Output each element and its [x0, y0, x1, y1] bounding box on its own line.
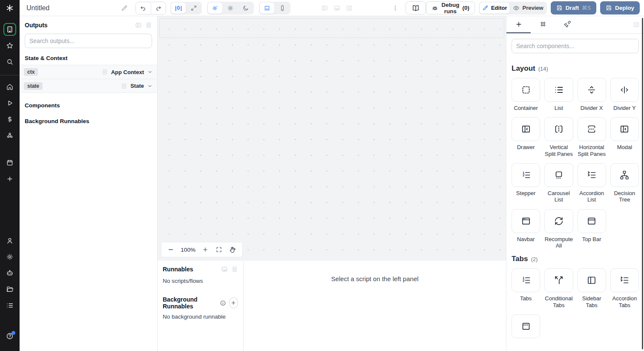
preview-eye-icon: [513, 5, 520, 12]
zoom-out-button[interactable]: [167, 246, 174, 253]
redo-button[interactable]: [151, 2, 166, 14]
sidebar-item-home[interactable]: [3, 81, 16, 93]
mobile-view-button[interactable]: [275, 3, 290, 14]
sidebar-item-search[interactable]: [3, 55, 16, 68]
scrollbar[interactable]: [642, 18, 643, 349]
sidebar-item-settings[interactable]: [3, 250, 16, 263]
component-card-accordion-tabs[interactable]: [610, 268, 639, 292]
sidebar-item-folders[interactable]: [3, 283, 16, 296]
recompute-icon: [554, 216, 564, 226]
component-card-sidebar-tabs[interactable]: [578, 268, 606, 292]
component-label: Divider Y: [613, 105, 636, 111]
collapse-outputs-panel-icon[interactable]: [135, 22, 142, 29]
sidebar-divider: [0, 75, 20, 75]
component-card-modal[interactable]: [610, 117, 639, 141]
collapse-runnables-panel-icon[interactable]: [221, 266, 228, 273]
section-count: (14): [538, 66, 548, 72]
component-label: Drawer: [517, 144, 535, 150]
component-card-conditional-tabs[interactable]: [544, 268, 573, 292]
outputs-doc-icon[interactable]: [145, 22, 152, 29]
collapse-components-panel-icon[interactable]: [633, 16, 640, 33]
component-card-vertical-split-panes[interactable]: [544, 117, 573, 141]
component-card-tabs[interactable]: 12: [512, 268, 540, 292]
pan-hand-button[interactable]: [229, 246, 236, 253]
docs-button[interactable]: [405, 1, 426, 14]
component-card-divider-y[interactable]: [610, 78, 639, 102]
component-cell-modal: Modal: [610, 117, 639, 157]
editor-tab[interactable]: Editor: [480, 3, 510, 14]
debug-runs-button[interactable]: Debug runs (0): [426, 1, 475, 14]
fit-view-button[interactable]: [216, 246, 222, 253]
component-card-recompute-all[interactable]: [544, 209, 573, 233]
editor-preview-toggle: Editor Preview: [479, 2, 547, 14]
sidebar-item-resources[interactable]: [3, 129, 16, 142]
component-card-container[interactable]: [512, 78, 540, 102]
component-card-decision-tree[interactable]: [610, 163, 639, 187]
search-outputs-input[interactable]: [25, 34, 152, 48]
component-label: Recompute All: [544, 236, 573, 249]
maximize-canvas-button[interactable]: [187, 3, 201, 14]
folder-icon: [6, 285, 14, 293]
component-cell-invisible-tabs-icon: [512, 314, 540, 341]
edit-title-pencil-icon[interactable]: [121, 5, 128, 12]
width-guides-toggle[interactable]: |0|: [171, 3, 186, 14]
chevron-down-icon[interactable]: [147, 69, 153, 75]
component-card-invisible-tabs-icon[interactable]: [512, 314, 540, 338]
navbar-icon: [521, 216, 531, 226]
undo-button[interactable]: [136, 2, 151, 14]
app-canvas[interactable]: 100%: [158, 16, 506, 261]
component-card-top-bar[interactable]: [578, 209, 606, 233]
output-type-label: State: [130, 83, 144, 89]
empty-grid-placeholder[interactable]: [159, 18, 504, 38]
component-card-horizontal-split-panes[interactable]: [578, 117, 606, 141]
add-background-runnable-button[interactable]: [229, 297, 238, 308]
sidebar-item-schedules[interactable]: [3, 156, 16, 169]
more-options-kebab-icon[interactable]: [392, 5, 399, 12]
output-row-ctx[interactable]: ctxApp Context: [20, 65, 157, 79]
component-card-navbar[interactable]: [512, 209, 540, 233]
component-cell-divider-y: Divider Y: [610, 78, 639, 111]
doc-icon[interactable]: [101, 69, 108, 75]
theme-auto-button[interactable]: [208, 3, 222, 14]
component-label: List: [555, 105, 563, 111]
section-title-layout: Layout: [512, 64, 535, 73]
tab-styling[interactable]: [555, 16, 579, 33]
preview-tab[interactable]: Preview: [510, 3, 546, 14]
component-card-accordion-list[interactable]: [578, 163, 606, 187]
toggle-right-panel-icon[interactable]: [346, 5, 353, 12]
doc-icon[interactable]: [121, 83, 127, 89]
toggle-left-panel-icon[interactable]: [321, 5, 328, 12]
theme-dark-button[interactable]: [239, 3, 253, 14]
component-cell-top-bar: Top Bar: [578, 209, 606, 249]
draft-button[interactable]: Draft ⌘S: [551, 1, 596, 14]
sidebar-item-add[interactable]: [3, 173, 16, 185]
component-card-stepper[interactable]: 12: [512, 163, 540, 187]
windmill-logo[interactable]: [0, 0, 20, 16]
desktop-view-button[interactable]: [260, 3, 274, 14]
sidebar-item-user[interactable]: [3, 234, 16, 247]
tab-insert-component[interactable]: [506, 16, 531, 33]
toggle-bottom-panel-icon[interactable]: [334, 5, 340, 12]
zoom-in-button[interactable]: [202, 246, 209, 253]
sidebar-item-favorites[interactable]: [3, 39, 16, 52]
deploy-button[interactable]: Deploy: [600, 1, 640, 14]
chevron-down-icon[interactable]: [147, 83, 153, 89]
component-card-list[interactable]: [544, 78, 573, 102]
sidebar-item-variables[interactable]: [3, 113, 16, 126]
info-icon[interactable]: [220, 300, 226, 306]
theme-light-button[interactable]: [223, 3, 238, 14]
search-components-input[interactable]: [512, 39, 639, 53]
runnables-doc-icon[interactable]: [231, 266, 238, 273]
component-card-carousel-list[interactable]: [544, 163, 573, 187]
tab-component-settings[interactable]: [531, 16, 555, 33]
sidebar-item-apps[interactable]: [3, 23, 16, 36]
sidebar-item-workers[interactable]: [3, 267, 16, 279]
output-row-state[interactable]: stateState: [20, 79, 157, 93]
component-label: Conditional Tabs: [544, 295, 573, 308]
sidebar-item-runs[interactable]: [3, 97, 16, 109]
component-card-divider-x[interactable]: [578, 78, 606, 102]
sidebar-item-audit-logs[interactable]: [3, 299, 16, 312]
component-card-drawer[interactable]: [512, 117, 540, 141]
resources-icon: [6, 132, 14, 139]
sidebar-item-help[interactable]: [3, 330, 16, 342]
